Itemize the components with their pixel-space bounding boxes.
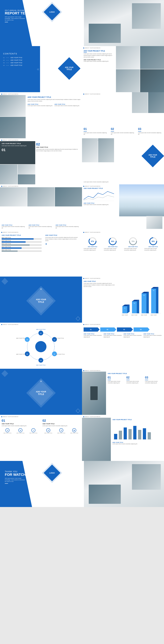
circle-stats-9: 87% ADD YOUR TITLE Lorem ipsum dolor sit…	[84, 237, 162, 251]
num-col-13c: 03	[145, 376, 162, 379]
body-2: Lorem ipsum dolor sit amet consectetur a…	[28, 99, 80, 102]
contents-title: CONTENTS	[3, 52, 22, 55]
project-title-1: ADD YOUR PROJECT TITLE	[84, 50, 112, 52]
label-12: ABOUT OUR BUSINESS	[85, 324, 100, 325]
section-14a: 01 ADD YOUR TITLE Lorem ipsum dolor sit …	[2, 419, 39, 434]
left-section-4: ADD YOUR PROJECT TITLE Lorem ipsum dolor…	[0, 141, 35, 184]
svg-rect-57	[148, 432, 151, 440]
add-title-12d: ADD YOUR TITLE	[144, 333, 162, 335]
about-header-6: ABOUT OUR BUSINESS	[1, 186, 18, 187]
icon-item-14a1: ⊕ ADD YOUR TITLE	[2, 428, 13, 434]
svg-rect-56	[143, 428, 146, 440]
arrow-3: 03	[117, 328, 133, 332]
hbar-2: ADD YOUR TITLE	[2, 240, 42, 242]
hbar-label-4: ADD YOUR TITLE	[2, 246, 42, 247]
svg-text:ADD YOUR TITLE: ADD YOUR TITLE	[16, 338, 26, 339]
photo-3-top	[132, 92, 164, 113]
grid-title-2a: ADD YOUR TITLE	[28, 104, 54, 105]
add-proj-8: ADD YOUR PROJECT TITLE	[2, 234, 42, 236]
num-dark-4: 01	[2, 148, 34, 152]
stat-body-9a: Lorem ipsum dolor sit amet consectetur a…	[84, 248, 102, 251]
dot-8	[1, 232, 2, 233]
svg-text:75%: 75%	[131, 240, 134, 242]
add-title-8: ADD YOUR TITLE	[45, 234, 80, 236]
bottom-text-5: Lorem ipsum dolor sit amet consectetur a…	[84, 181, 132, 183]
stat-label-9c: ADD YOUR TITLE	[128, 246, 138, 247]
dot-4	[1, 140, 2, 141]
bottom-6: ADD YOUR TITLE Lorem ipsum dolor sit ame…	[2, 224, 80, 229]
svg-text:90%: 90%	[111, 240, 114, 242]
slide-about-1: ABOUT OUR BUSINESS ADD YOUR PROJECT TITL…	[82, 46, 164, 92]
grid-body-2b: Lorem ipsum dolor sit amet consectetur a…	[54, 105, 80, 106]
photo-1c	[116, 69, 140, 92]
contents-num-4: 04	[3, 65, 5, 66]
photo-15	[82, 418, 111, 461]
line-3c	[138, 131, 141, 132]
about-label-1: ABOUT OUR BUSINESS	[85, 47, 100, 48]
cover-subtitle: With equal passion I have sought knowled…	[5, 16, 26, 21]
add-04: ADD YOUR	[36, 391, 46, 393]
dot-12	[83, 324, 84, 325]
photo-6b	[28, 187, 54, 206]
add-03: ADD YOUR	[36, 298, 46, 301]
left-photos-2	[0, 95, 26, 138]
grid-body-2a: Lorem ipsum dolor sit amet consectetur a…	[28, 105, 54, 106]
row-3: ABOUT OUR BUSINESS ADD YOUR PROJECT TITL…	[0, 138, 164, 184]
slide-about-12: ABOUT OUR BUSINESS 01 02 03 04 ADD YOUR …	[82, 323, 164, 369]
add-title-text-1: ADD YOUR PROJECT TITLE	[84, 59, 112, 60]
svg-text:02: 02	[54, 339, 55, 340]
slide-about-11: ABOUT OUR BUSINESS 01 02 03 04 05	[0, 323, 82, 369]
icon-item-14b2: ⊛ ADD YOUR TITLE	[56, 428, 67, 434]
hbar-fill-3	[2, 244, 30, 246]
contents-item-2: 02 ADD YOUR TITLE	[3, 59, 22, 61]
slide-about-4: ABOUT OUR BUSINESS ADD YOUR PROJECT TITL…	[0, 138, 82, 184]
dot-7	[83, 186, 84, 187]
photo-1b	[140, 46, 164, 69]
row-2: ABOUT OUR BUSINESS ADD YOUR PROJECT TITL…	[0, 92, 164, 138]
icon-circle-14b3: ◉	[72, 428, 76, 432]
bar-svg-15	[112, 421, 157, 440]
bottom-6b: ADD YOUR TITLE Lorem ipsum dolor sit ame…	[28, 224, 53, 229]
icon-item-14a2: ◈ ADD YOUR TITLE	[14, 428, 26, 434]
big-num-4: 01	[2, 148, 6, 152]
svg-rect-25	[151, 288, 156, 313]
hbar-3: ADD YOUR TITLE	[2, 243, 42, 246]
row-8: 04 ADD YOUR TITLE ABOUT OUR BUSINESS A	[0, 369, 164, 415]
thankyou-photo	[84, 461, 164, 507]
body-15: Lorem ipsum dolor sit amet consectetur a…	[112, 443, 160, 445]
corner-diamond-04-tl	[2, 370, 8, 377]
about-header-14: ABOUT OUR BUSINESS	[1, 416, 18, 417]
add-proj-7: ADD YOUR PROJECT TITLE	[84, 188, 116, 189]
contents-add: ADD YOUR	[65, 66, 73, 68]
add-proj-13: ADD YOUR PROJECT TITLE	[108, 373, 162, 374]
grid-item-2a: ADD YOUR TITLE Lorem ipsum dolor sit ame…	[28, 104, 54, 106]
title-03: TITLE	[38, 301, 44, 303]
svg-rect-50	[114, 434, 117, 440]
label-3: ABOUT OUR BUSINESS	[85, 94, 100, 94]
photo-2a	[0, 95, 26, 116]
thankyou-logo-text: LOGO	[45, 466, 59, 480]
svg-text:03: 03	[143, 295, 144, 296]
body-6a: Lorem ipsum dolor sit amet consectetur a…	[2, 226, 26, 229]
svg-rect-13	[122, 306, 127, 313]
slide-section-03: 03 ADD YOUR TITLE	[0, 276, 82, 323]
thankyou-line	[5, 483, 8, 484]
photo-6c	[55, 187, 82, 206]
dot-9	[83, 232, 84, 233]
right-text-4: 02 ADD YOUR TITLE Lorem ipsum dolor sit …	[36, 142, 80, 152]
body-3c: Lorem ipsum dolor sit amet consectetur a…	[138, 132, 162, 135]
label-4: ABOUT OUR BUSINESS	[3, 140, 18, 141]
svg-rect-51	[119, 431, 122, 440]
pillar-chart-10: 01 02 03 04 ADD YOUR ADD	[119, 280, 161, 316]
num-col-13a: 01	[108, 376, 125, 379]
label-9: ABOUT OUR BUSINESS	[85, 232, 100, 233]
dark-block-4: ADD YOUR PROJECT TITLE Lorem ipsum dolor…	[0, 141, 35, 164]
photo-5a	[82, 138, 98, 162]
add-title-label-15: ADD YOUR TITLE	[112, 442, 160, 443]
icon-circle-14b1: ⊞	[46, 428, 50, 432]
hbar-label-2: ADD YOUR TITLE	[2, 240, 42, 241]
text-2: ADD YOUR PROJECT TITLE Lorem ipsum dolor…	[28, 96, 80, 106]
contents-num-2: 02	[3, 60, 5, 61]
svg-text:ADD YOUR TITLE: ADD YOUR TITLE	[36, 364, 46, 366]
icon-circle-14b2: ⊛	[59, 428, 63, 432]
